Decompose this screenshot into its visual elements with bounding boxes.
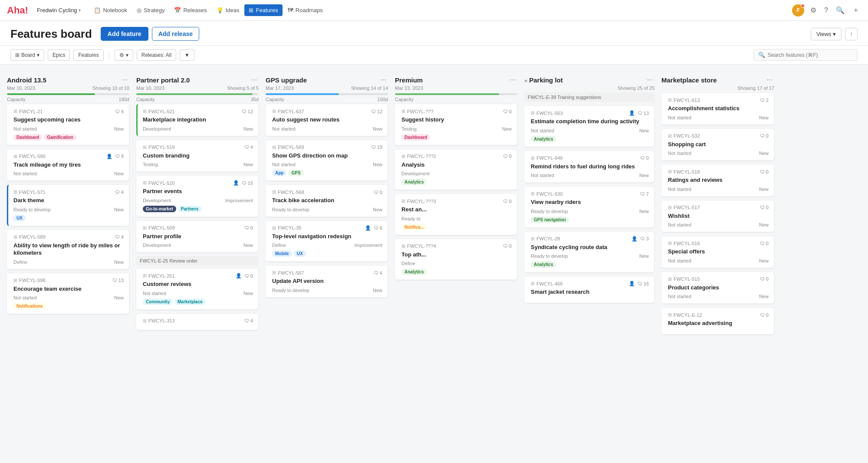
card-FWCYL-598[interactable]: ⊞ FWCYL-598 🗨 13 Encourage team exercise… <box>7 273 129 315</box>
card-release-FWCYL-517: New <box>759 222 769 227</box>
search-input[interactable] <box>768 52 853 58</box>
settings-button[interactable]: ⚙ ▾ <box>115 49 133 61</box>
toolbar-divider <box>109 51 109 59</box>
settings-icon[interactable]: ⚙ <box>809 4 818 16</box>
card-footer-FWCYL-569: Not started New <box>272 162 382 167</box>
card-meta-FWCYL-E-12: 🗨 0 <box>760 312 769 318</box>
card-FWCYL-571[interactable]: ⊞ FWCYL-571 🗨 4 Dark theme Ready to deve… <box>7 184 129 226</box>
card-FWCYL-520[interactable]: ⊞ FWCYL-520 👤 🗨 15 Partner events Develo… <box>136 175 259 217</box>
card-FWCYL-21[interactable]: ⊞ FWCYL-21 🗨 4 Suggest upcoming races No… <box>7 104 129 145</box>
add-release-button[interactable]: Add release <box>152 27 199 41</box>
epics-button[interactable]: Epics <box>48 49 70 61</box>
card-FWCYL-589[interactable]: ⊞ FWCYL-589 🗨 4 Ability to view length o… <box>7 230 129 269</box>
card-meta-FWCYL-520: 👤 🗨 15 <box>233 180 253 186</box>
card-release-FWCYL-571: New <box>114 207 124 212</box>
search-icon[interactable]: 🔍 <box>834 4 846 16</box>
card-FWCYL-517[interactable]: ⊞ FWCYL-517 🗨 0 Wishlist Not started New <box>661 200 774 233</box>
column-menu-button-marketplace[interactable]: ··· <box>765 75 774 85</box>
card-status-FWCYL-646: Not started <box>531 173 554 178</box>
card-FWCYL-519[interactable]: ⊞ FWCYL-519 🗨 4 Custom branding Testing … <box>136 140 259 172</box>
card-footer-FWCYL-646: Not started New <box>531 173 649 178</box>
comment-FWCYL-646: 🗨 0 <box>640 155 649 161</box>
column-epic-header: FWCYL-E-39 Training suggestions <box>524 92 654 102</box>
card-id-FWCYL-517: ⊞ FWCYL-517 <box>668 205 700 210</box>
avatar[interactable]: F <box>792 4 804 16</box>
sidebar-item-strategy[interactable]: ◎Strategy <box>132 4 169 16</box>
card-id-row: ⊞ FWCYL-589 🗨 4 <box>13 234 124 240</box>
card-FWCYL-646[interactable]: ⊞ FWCYL-646 🗨 0 Remind riders to fuel du… <box>524 151 654 183</box>
card-FWCYL-515[interactable]: ⊞ FWCYL-515 🗨 0 Product categories Not s… <box>661 272 774 304</box>
card-id-row: ⊞ FWCYL-532 🗨 0 <box>668 133 769 139</box>
workspace-selector[interactable]: Fredwin Cycling ▾ <box>33 5 84 15</box>
card-FWCYL-530[interactable]: ⊞ FWCYL-530 🗨 7 View nearby riders Ready… <box>524 186 654 228</box>
card-FWCYL-???2[interactable]: ⊞ FWCYL-???2 🗨 0 Analysis Development An… <box>395 149 517 190</box>
card-id-row: ⊞ FWCYL-509 🗨 0 <box>143 225 253 231</box>
add-feature-button[interactable]: Add feature <box>101 27 148 41</box>
card-FWCYL-637[interactable]: ⊞ FWCYL-637 🗨 12 Auto suggest new routes… <box>266 104 388 136</box>
card-id-FWCYL-518: ⊞ FWCYL-518 <box>668 169 700 174</box>
col-date-partner: Mar 10, 2023 <box>136 85 164 91</box>
column-menu-button-gps[interactable]: ··· <box>379 75 388 85</box>
board-chevron-icon: ▾ <box>37 52 39 58</box>
card-meta-FWCYL-515: 🗨 0 <box>760 276 769 282</box>
card-FWCYL-568[interactable]: ⊞ FWCYL-568 🗨 0 Track bike acceleration … <box>266 184 388 217</box>
card-meta-FWCYL-568: 🗨 0 <box>374 190 382 195</box>
card-FWCYL-35[interactable]: ⊞ FWCYL-35 👤 🗨 6 Top-level navigation re… <box>266 220 388 262</box>
card-FWCYL-509[interactable]: ⊞ FWCYL-509 🗨 0 Partner profile Developm… <box>136 220 259 253</box>
releases-filter-button[interactable]: Releases: All <box>137 49 176 61</box>
grid-icon: ⊞ <box>272 189 276 195</box>
grid-icon: ⊞ <box>401 108 405 114</box>
column-gps: GPS upgrade ··· Mar 17, 2023Showing 14 o… <box>266 72 388 447</box>
card-FWCYL-518[interactable]: ⊞ FWCYL-518 🗨 0 Ratings and reviews Not … <box>661 164 774 197</box>
add-icon[interactable]: ＋ <box>851 4 861 16</box>
filter-button[interactable]: ▼ <box>180 49 194 61</box>
comment-FWCYL-519: 🗨 4 <box>244 144 253 150</box>
sidebar-item-notebook[interactable]: 📋Notebook <box>89 4 132 16</box>
card-FWCYL-28[interactable]: ⊞ FWCYL-28 👤 🗨 3 Syndicate cycling route… <box>524 231 654 273</box>
column-menu-button-android[interactable]: ··· <box>120 75 129 85</box>
card-title-FWCYL-521: Marketplace integration <box>143 116 253 124</box>
capacity-label-premium: Capacity <box>395 97 414 102</box>
grid-icon: ⊞ <box>272 144 276 150</box>
column-parking: »Parking lot ··· Showing 25 of 25 FWCYL-… <box>524 72 654 447</box>
sidebar-item-roadmaps[interactable]: 🗺Roadmaps <box>283 4 327 16</box>
card-FWCYL-E-12[interactable]: ⊞ FWCYL-E-12 🗨 0 Marketplace advertising <box>661 307 774 335</box>
card-tags-FWCYL-???2: Analytics <box>401 179 512 185</box>
card-FWCYL-466[interactable]: ⊞ FWCYL-466 👤 🗨 16 Smart jacket research <box>524 276 654 303</box>
card-id-FWCYL-563: ⊞ FWCYL-563 <box>531 110 563 116</box>
card-FWCYL-569[interactable]: ⊞ FWCYL-569 🗨 19 Show GPS direction on m… <box>266 140 388 181</box>
views-button[interactable]: Views ▾ <box>811 28 842 40</box>
column-menu-button-partner[interactable]: ··· <box>250 75 259 85</box>
card-id-row: ⊞ FWCYL-568 🗨 0 <box>272 189 382 195</box>
tag: UX <box>294 250 306 257</box>
tag: Notifica... <box>401 224 427 230</box>
card-FWCYL-567[interactable]: ⊞ FWCYL-567 🗨 4 Update API version Ready… <box>266 265 388 298</box>
column-menu-button-parking[interactable]: ··· <box>645 75 654 85</box>
card-FWCYL-532[interactable]: ⊞ FWCYL-532 🗨 0 Shopping cart Not starte… <box>661 128 774 161</box>
card-status-FWCYL-590: Not started <box>13 171 37 176</box>
column-menu-button-premium[interactable]: ··· <box>508 75 517 85</box>
help-icon[interactable]: ? <box>822 5 830 16</box>
sidebar-item-features[interactable]: ⊞Features <box>244 4 282 16</box>
sidebar-item-releases[interactable]: 📅Releases <box>170 4 211 16</box>
features-button[interactable]: Features <box>73 49 103 61</box>
card-FWCYL-???3[interactable]: ⊞ FWCYL-???3 🗨 0 Rest an... Ready to Not… <box>395 194 517 235</box>
sidebar-item-ideas[interactable]: 💡Ideas <box>212 4 244 16</box>
card-FWCYL-521[interactable]: ⊞ FWCYL-521 🗨 12 Marketplace integration… <box>136 104 259 136</box>
card-meta-FWCYL-251: 👤 🗨 0 <box>236 273 253 279</box>
card-status-FWCYL-509: Development <box>143 243 171 248</box>
board-button[interactable]: ⊞ Board ▾ <box>10 49 44 61</box>
card-status-FWCYL-569: Not started <box>272 162 296 167</box>
card-FWCYL-251[interactable]: ⊞ FWCYL-251 👤 🗨 0 Customer reviews Not s… <box>136 268 259 310</box>
card-FWCYL-???4[interactable]: ⊞ FWCYL-???4 🗨 0 Top ath... Define Analy… <box>395 239 517 280</box>
card-FWCYL-???[interactable]: ⊞ FWCYL-??? 🗨 0 Suggest history Testing … <box>395 104 517 145</box>
card-FWCYL-313[interactable]: ⊞ FWCYL-313 🗨 4 <box>136 313 259 330</box>
workspace-name: Fredwin Cycling <box>37 7 77 13</box>
card-FWCYL-563[interactable]: ⊞ FWCYL-563 👤 🗨 13 Estimate completion t… <box>524 105 654 147</box>
grid-icon: ⊞ <box>13 108 17 114</box>
card-FWCYL-613[interactable]: ⊞ FWCYL-613 🗨 2 Accomplishment statistic… <box>661 92 774 125</box>
capacity-label-partner: Capacity <box>136 97 155 102</box>
export-button[interactable]: ↑ <box>845 28 858 40</box>
card-FWCYL-516[interactable]: ⊞ FWCYL-516 🗨 0 Special offers Not start… <box>661 236 774 268</box>
card-FWCYL-590[interactable]: ⊞ FWCYL-590 👤 🗨 9 Track mileage of my ti… <box>7 149 129 181</box>
